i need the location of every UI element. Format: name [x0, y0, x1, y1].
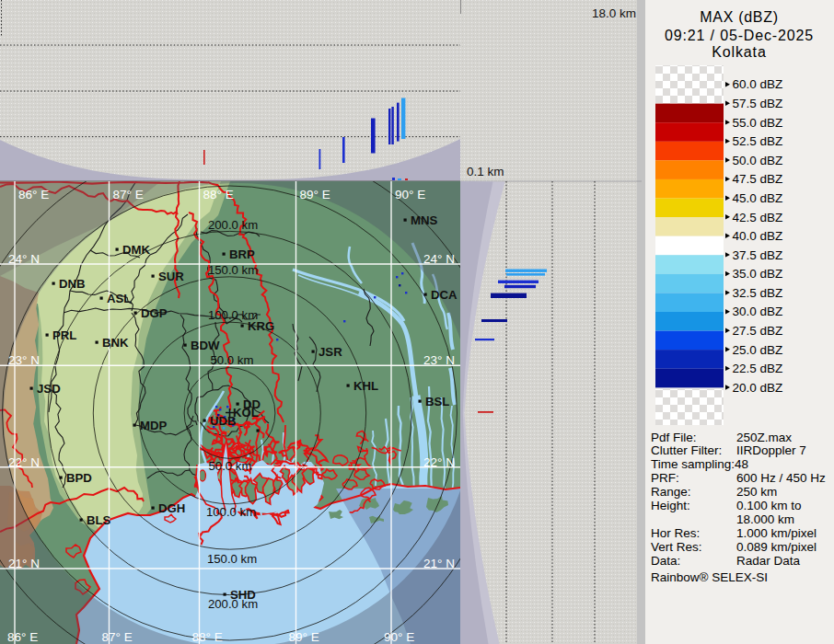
svg-text:37.5 dBZ: 37.5 dBZ	[733, 248, 783, 262]
svg-text:0.100 km to: 0.100 km to	[736, 499, 802, 512]
svg-text:21° N: 21° N	[423, 557, 455, 570]
svg-text:09:21 / 05-Dec-2025: 09:21 / 05-Dec-2025	[665, 28, 814, 43]
svg-text:87° E: 87° E	[102, 630, 133, 644]
svg-text:89° E: 89° E	[289, 630, 319, 644]
svg-text:24° N: 24° N	[423, 252, 455, 266]
svg-text:Height:: Height:	[651, 499, 690, 512]
svg-text:88° E: 88° E	[192, 630, 223, 644]
svg-text:90° E: 90° E	[384, 630, 414, 644]
svg-text:MNS: MNS	[411, 213, 438, 227]
svg-text:ASL: ASL	[107, 292, 131, 305]
svg-text:22° N: 22° N	[8, 455, 40, 469]
svg-text:100.0 km: 100.0 km	[206, 505, 256, 519]
svg-text:87° E: 87° E	[113, 188, 144, 201]
svg-text:100.0 km: 100.0 km	[208, 308, 258, 322]
svg-text:30.0 dBZ: 30.0 dBZ	[733, 305, 783, 318]
svg-text:1.000 km/pixel: 1.000 km/pixel	[736, 526, 817, 540]
svg-text:JSR: JSR	[319, 345, 342, 359]
svg-text:24° N: 24° N	[8, 252, 40, 266]
svg-text:DNB: DNB	[59, 277, 86, 291]
svg-text:BNK: BNK	[102, 336, 129, 350]
svg-text:27.5 dBZ: 27.5 dBZ	[733, 324, 783, 338]
svg-text:57.5 dBZ: 57.5 dBZ	[733, 97, 783, 110]
svg-text:45.0 dBZ: 45.0 dBZ	[733, 191, 783, 205]
svg-text:0.1 km: 0.1 km	[467, 165, 504, 178]
svg-text:86° E: 86° E	[7, 630, 38, 644]
svg-text:89° E: 89° E	[300, 188, 330, 201]
svg-text:23° N: 23° N	[423, 353, 455, 367]
svg-text:0.089 km/pixel: 0.089 km/pixel	[736, 540, 817, 554]
svg-text:MAX (dBZ): MAX (dBZ)	[700, 9, 778, 25]
svg-text:52.5 dBZ: 52.5 dBZ	[733, 134, 783, 148]
svg-text:60.0 dBZ: 60.0 dBZ	[733, 77, 783, 91]
svg-text:BRP: BRP	[229, 247, 255, 261]
svg-text:40.0 dBZ: 40.0 dBZ	[733, 229, 783, 243]
svg-text:Radar Data: Radar Data	[736, 554, 801, 568]
svg-text:47.5 dBZ: 47.5 dBZ	[733, 172, 783, 186]
svg-text:250 km: 250 km	[736, 485, 777, 499]
svg-text:DMK: DMK	[122, 243, 151, 257]
svg-text:150.0 km: 150.0 km	[207, 552, 257, 566]
svg-text:Hor Res:: Hor Res:	[651, 526, 700, 540]
svg-text:50.0 km: 50.0 km	[211, 353, 254, 367]
svg-text:Data:: Data:	[651, 554, 680, 568]
svg-text:BSL: BSL	[425, 395, 449, 408]
svg-text:PRF:: PRF:	[651, 471, 679, 485]
svg-text:20.0 dBZ: 20.0 dBZ	[733, 381, 783, 395]
svg-text:BPD: BPD	[66, 471, 92, 485]
svg-text:23° N: 23° N	[8, 353, 40, 367]
svg-text:25.0 dBZ: 25.0 dBZ	[733, 343, 783, 357]
svg-text:Clutter Filter:: Clutter Filter:	[651, 443, 722, 457]
svg-text:22.5 dBZ: 22.5 dBZ	[733, 362, 783, 375]
svg-text:50.0 dBZ: 50.0 dBZ	[733, 154, 783, 167]
svg-text:DGP: DGP	[141, 306, 168, 320]
svg-text:86° E: 86° E	[18, 188, 49, 201]
svg-text:18.000 km: 18.000 km	[736, 512, 794, 526]
svg-text:Time sampling:48: Time sampling:48	[651, 457, 748, 471]
svg-text:DCA: DCA	[431, 288, 458, 302]
svg-text:Pdf File:: Pdf File:	[651, 431, 697, 444]
svg-text:50.0 km: 50.0 km	[209, 459, 252, 473]
svg-text:SUR: SUR	[158, 270, 184, 283]
svg-text:Kolkata: Kolkata	[712, 44, 766, 60]
svg-text:90° E: 90° E	[395, 188, 425, 201]
svg-text:88° E: 88° E	[203, 188, 234, 201]
svg-text:42.5 dBZ: 42.5 dBZ	[733, 211, 783, 224]
svg-text:Rainbow® SELEX-SI: Rainbow® SELEX-SI	[651, 570, 768, 584]
svg-text:22° N: 22° N	[423, 455, 455, 469]
svg-text:18.0 km: 18.0 km	[592, 6, 636, 20]
svg-text:MDP: MDP	[140, 419, 168, 432]
svg-text:250Z.max: 250Z.max	[736, 431, 792, 444]
svg-text:Vert Res:: Vert Res:	[651, 540, 702, 554]
svg-text:Range:: Range:	[651, 485, 691, 499]
svg-text:21° N: 21° N	[8, 557, 40, 570]
svg-text:DGH: DGH	[158, 501, 185, 515]
svg-text:BDW: BDW	[191, 339, 220, 352]
svg-text:KOL: KOL	[233, 406, 259, 420]
svg-text:600 Hz / 450 Hz: 600 Hz / 450 Hz	[736, 471, 826, 485]
svg-text:JSD: JSD	[37, 382, 61, 396]
svg-text:32.5 dBZ: 32.5 dBZ	[733, 286, 783, 300]
svg-text:IIRDoppler 7: IIRDoppler 7	[736, 443, 806, 457]
svg-text:150.0 km: 150.0 km	[208, 263, 258, 277]
svg-text:200.0 km: 200.0 km	[208, 597, 258, 611]
svg-text:200.0 km: 200.0 km	[208, 218, 258, 232]
svg-text:35.0 dBZ: 35.0 dBZ	[733, 267, 783, 281]
svg-text:55.0 dBZ: 55.0 dBZ	[733, 116, 783, 130]
svg-text:KHL: KHL	[353, 379, 378, 393]
svg-text:BLS: BLS	[87, 513, 111, 527]
svg-text:PRL: PRL	[52, 328, 76, 342]
